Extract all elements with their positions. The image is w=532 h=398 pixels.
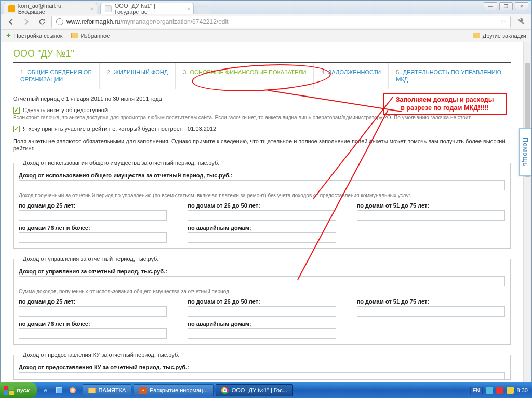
task-chrome[interactable]: ООО "ДУ №1" | Гос...: [216, 384, 293, 396]
tab-debts[interactable]: 4.ЗАДОЛЖЕННОСТИ: [314, 63, 389, 89]
houses-26-50-input[interactable]: [188, 210, 336, 221]
task-label: Раскрытие инормац...: [150, 387, 207, 393]
forward-button[interactable]: [20, 16, 33, 28]
col-label: по домам 76 лет и более:: [19, 321, 167, 327]
minimize-button[interactable]: —: [484, 2, 497, 10]
field-hint: Сумма доходов, полученных от использован…: [19, 289, 505, 294]
group-legend: Доход от использования общего имущества …: [21, 160, 221, 166]
tab-financial[interactable]: 3.ОСНОВНЫЕ ФИНАНСОВЫЕ ПОКАЗАТЕЛИ: [176, 63, 314, 89]
back-button[interactable]: [5, 16, 17, 28]
bookmark-favorites[interactable]: Избранное: [71, 33, 110, 39]
bookmark-label: Другие закладки: [483, 33, 526, 39]
bookmark-bar: ✦ Настройка ссылок Избранное Другие закл…: [1, 30, 531, 42]
income-total-input[interactable]: [19, 180, 505, 190]
group-utilities-income: Доход от предоставления КУ за отчетный п…: [13, 352, 511, 380]
group-common-property-income: Доход от использования общего имущества …: [13, 160, 511, 249]
annotation-callout: Заполняем доходы и расходы в разрезе по …: [383, 93, 507, 115]
folder-icon: [473, 33, 480, 38]
folder-icon: [88, 388, 96, 393]
bookmark-links[interactable]: ✦ Настройка ссылок: [6, 32, 63, 39]
tray-icon[interactable]: [486, 387, 493, 394]
close-window-button[interactable]: ✕: [515, 2, 528, 10]
houses-0-25-input[interactable]: [19, 210, 167, 221]
mgmt-26-50-input[interactable]: [188, 306, 336, 317]
group-management-income: Доход от управления за отчетный период, …: [13, 256, 511, 345]
field-label: Доход от использования общего имущества …: [19, 172, 505, 179]
menu-button[interactable]: [514, 16, 527, 28]
mgmt-0-25-input[interactable]: [19, 306, 167, 317]
houses-emergency-input[interactable]: [188, 232, 336, 243]
col-label: по домам до 25 лет:: [19, 298, 167, 305]
windows-logo-icon: [4, 386, 14, 395]
col-label: по домам от 51 до 75 лет:: [357, 298, 505, 305]
mgmt-income-total-input[interactable]: [19, 276, 505, 286]
mgmt-51-75-input[interactable]: [357, 306, 505, 317]
tab-general[interactable]: 1.ОБЩИЕ СВЕДЕНИЯ ОБ ОРГАНИЗАЦИИ: [13, 63, 100, 89]
language-indicator[interactable]: EN: [470, 387, 483, 394]
ie-icon[interactable]: e: [40, 385, 51, 396]
section-tabs: 1.ОБЩИЕ СВЕДЕНИЯ ОБ ОРГАНИЗАЦИИ 2.ЖИЛИЩН…: [13, 62, 511, 89]
task-pamyatka[interactable]: ПАМЯТКА: [83, 384, 132, 396]
task-label: ПАМЯТКА: [99, 387, 126, 393]
tray-icon[interactable]: [496, 387, 503, 394]
tab-mail[interactable]: kom_ao@mail.ru: Входящие ×: [4, 3, 97, 14]
utilities-total-input[interactable]: [19, 372, 505, 380]
mgmt-emergency-input[interactable]: [188, 328, 336, 339]
bookmark-star-icon[interactable]: ☆: [500, 18, 506, 25]
col-label: по домам от 51 до 75 лет:: [357, 202, 505, 209]
info-paragraph: Поля анкеты не являются обязательными дл…: [13, 138, 511, 153]
tray-icon[interactable]: [507, 387, 514, 394]
maximize-button[interactable]: ❐: [499, 2, 513, 10]
group-legend: Доход от управления за отчетный период, …: [21, 256, 161, 262]
wmp-icon[interactable]: [67, 385, 78, 396]
taskbar: пуск e ПАМЯТКА P Раскрытие инормац... ОО…: [0, 382, 532, 398]
reload-button[interactable]: [36, 16, 48, 28]
public-checkbox[interactable]: ✓: [13, 107, 20, 114]
bookmark-label: Избранное: [81, 33, 110, 39]
public-label: Сделать анкету общедоступной: [23, 107, 108, 113]
favicon-icon: [8, 5, 15, 12]
group-legend: Доход от предоставления КУ за отчетный п…: [21, 352, 181, 358]
col-label: по аварийным домам:: [188, 321, 336, 327]
powerpoint-icon: P: [139, 387, 147, 394]
col-label: по аварийным домам:: [188, 225, 336, 231]
tab-title: kom_ao@mail.ru: Входящие: [18, 3, 85, 15]
scrollbar[interactable]: [523, 42, 531, 382]
url-text: www.reformagkh.ru/mymanager/organization…: [66, 18, 229, 25]
rating-label: Я хочу принять участие в рейтинге, котор…: [23, 126, 216, 132]
col-label: по домам до 25 лет:: [19, 202, 167, 209]
tab-mkd-activity[interactable]: 5.ДЕЯТЕЛЬНОСТЬ ПО УПРАВЛЕНИЮ МКД: [389, 63, 509, 89]
toolbar: www.reformagkh.ru/mymanager/organization…: [1, 14, 531, 30]
rating-checkbox[interactable]: ✓: [13, 126, 20, 132]
star-icon: ✦: [6, 32, 11, 39]
new-tab-button[interactable]: [195, 5, 211, 14]
tab-reforma[interactable]: ООО "ДУ №1" | Государстве ×: [100, 3, 194, 14]
help-tab[interactable]: Помощь: [519, 128, 531, 176]
tab-housing[interactable]: 2.ЖИЛИЩНЫЙ ФОНД: [100, 63, 176, 89]
close-tab-icon[interactable]: ×: [90, 6, 94, 12]
col-label: по домам от 26 до 50 лет:: [188, 202, 336, 209]
task-ppt[interactable]: P Раскрытие инормац...: [134, 384, 213, 396]
start-button[interactable]: пуск: [0, 382, 37, 398]
mgmt-76plus-input[interactable]: [19, 328, 167, 339]
address-bar[interactable]: www.reformagkh.ru/mymanager/organization…: [51, 16, 511, 28]
system-tray: EN 8:30: [466, 387, 532, 394]
task-label: ООО "ДУ №1" | Гос...: [232, 387, 287, 393]
tab-strip: kom_ao@mail.ru: Входящие × ООО "ДУ №1" |…: [1, 1, 531, 14]
page-title: ООО "ДУ №1": [13, 48, 511, 59]
public-hint: Если стоит галочка, то анкета доступна д…: [13, 115, 511, 120]
houses-51-75-input[interactable]: [357, 210, 505, 221]
houses-76plus-input[interactable]: [19, 232, 167, 243]
browser-window: kom_ao@mail.ru: Входящие × ООО "ДУ №1" |…: [0, 0, 532, 382]
clock[interactable]: 8:30: [517, 387, 528, 393]
bookmark-label: Настройка ссылок: [14, 33, 63, 39]
bookmark-other[interactable]: Другие закладки: [473, 33, 526, 39]
col-label: по домам от 26 до 50 лет:: [188, 298, 336, 305]
close-tab-icon[interactable]: ×: [187, 6, 190, 12]
quick-launch: e: [37, 385, 82, 396]
chrome-icon: [221, 387, 229, 394]
folder-icon: [71, 33, 78, 38]
start-label: пуск: [17, 387, 30, 393]
show-desktop-icon[interactable]: [54, 385, 65, 396]
window-controls: — ❐ ✕: [484, 2, 528, 10]
